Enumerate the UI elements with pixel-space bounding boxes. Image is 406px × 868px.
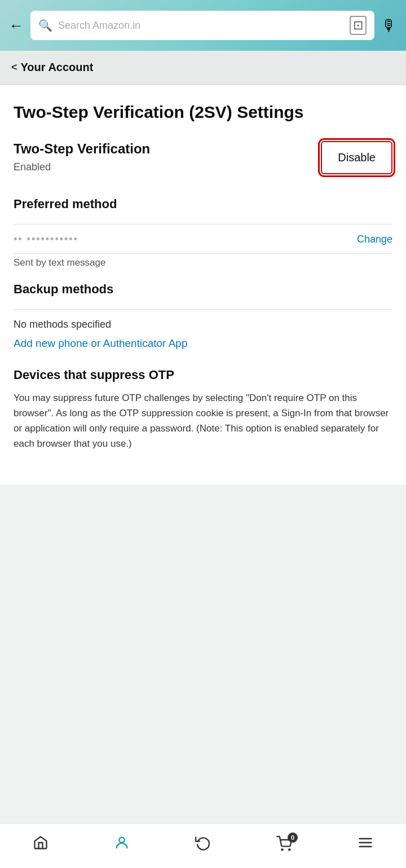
cart-badge: 0 bbox=[276, 836, 292, 854]
menu-icon bbox=[358, 835, 373, 854]
backup-divider bbox=[14, 309, 392, 310]
backup-methods-section: Backup methods No methods specified Add … bbox=[14, 282, 392, 350]
tsv-info: Two-Step Verification Enabled bbox=[14, 141, 150, 174]
section-divider bbox=[14, 224, 392, 224]
two-step-verification-section: Two-Step Verification Enabled Disable bbox=[14, 141, 392, 174]
preferred-method-row: •• ••••••••••• Change bbox=[14, 233, 392, 254]
scan-icon[interactable]: ⊡ bbox=[350, 16, 367, 35]
delivery-method-text: Sent by text message bbox=[14, 257, 392, 268]
search-placeholder-text: Search Amazon.in bbox=[58, 20, 344, 32]
add-method-link[interactable]: Add new phone or Authenticator App bbox=[14, 337, 392, 350]
nav-menu[interactable] bbox=[358, 835, 373, 854]
devices-otp-description: You may suppress future OTP challenges b… bbox=[14, 390, 392, 452]
devices-otp-title: Devices that suppress OTP bbox=[14, 368, 392, 382]
mic-icon[interactable]: 🎙 bbox=[381, 16, 397, 35]
breadcrumb[interactable]: < Your Account bbox=[0, 51, 406, 85]
returns-icon bbox=[195, 835, 211, 854]
svg-point-0 bbox=[119, 838, 124, 843]
main-content: Two-Step Verification (2SV) Settings Two… bbox=[0, 85, 406, 485]
preferred-method-section: Preferred method •• ••••••••••• Change S… bbox=[14, 197, 392, 268]
change-link[interactable]: Change bbox=[357, 233, 392, 245]
cart-count: 0 bbox=[288, 832, 298, 843]
no-methods-text: No methods specified bbox=[14, 319, 392, 331]
tsv-status: Enabled bbox=[14, 161, 150, 173]
devices-otp-section: Devices that suppress OTP You may suppre… bbox=[14, 368, 392, 452]
page-title: Two-Step Verification (2SV) Settings bbox=[14, 102, 392, 123]
chevron-left-icon: < bbox=[11, 61, 17, 73]
preferred-method-title: Preferred method bbox=[14, 197, 392, 217]
disable-button[interactable]: Disable bbox=[321, 141, 392, 174]
account-icon bbox=[114, 835, 130, 854]
back-button[interactable]: ← bbox=[9, 17, 24, 34]
nav-account[interactable] bbox=[114, 835, 130, 854]
tsv-heading: Two-Step Verification bbox=[14, 141, 150, 157]
search-icon: 🔍 bbox=[38, 19, 52, 32]
app-header: ← 🔍 Search Amazon.in ⊡ 🎙 bbox=[0, 0, 406, 51]
nav-returns[interactable] bbox=[195, 835, 211, 854]
breadcrumb-label: Your Account bbox=[21, 61, 94, 74]
backup-methods-title: Backup methods bbox=[14, 282, 392, 302]
svg-point-2 bbox=[289, 849, 290, 850]
nav-cart[interactable]: 0 bbox=[276, 836, 292, 854]
search-bar[interactable]: 🔍 Search Amazon.in ⊡ bbox=[30, 11, 374, 40]
nav-home[interactable] bbox=[33, 835, 48, 854]
phone-masked: •• ••••••••••• bbox=[14, 233, 78, 245]
svg-point-1 bbox=[281, 849, 283, 850]
bottom-navigation: 0 bbox=[0, 823, 406, 868]
home-icon bbox=[33, 835, 48, 854]
